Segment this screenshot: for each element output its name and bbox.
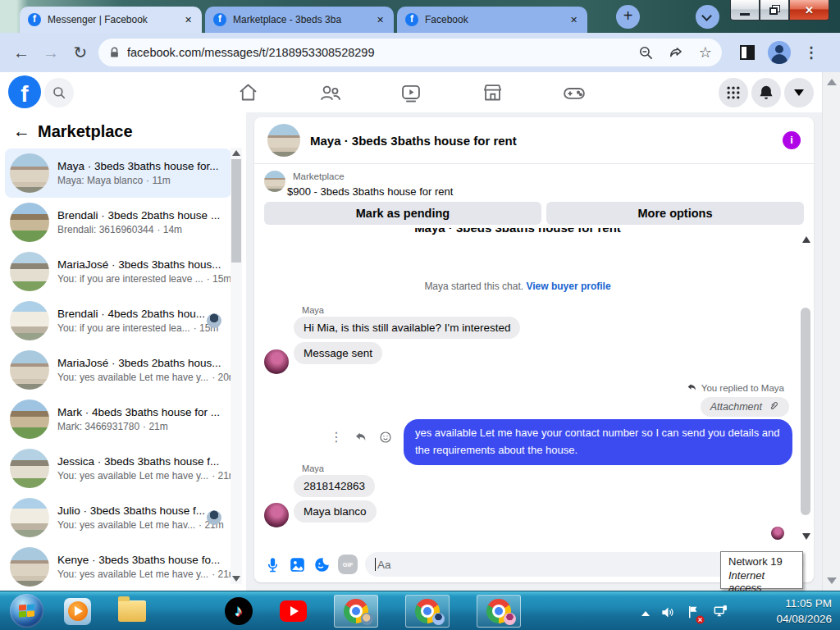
scroll-down-icon[interactable]	[232, 576, 240, 582]
forward-button[interactable]: →	[36, 43, 66, 62]
back-button[interactable]: ←	[7, 43, 36, 62]
chat-item-preview: Mark: 3466931780	[57, 421, 139, 432]
message-avatar[interactable]	[264, 349, 289, 374]
address-bar[interactable]: facebook.com/messages/t/2188953308528299…	[98, 39, 722, 66]
reply-icon	[687, 382, 697, 393]
vlc-icon[interactable]	[173, 598, 198, 624]
minimize-button[interactable]	[730, 0, 760, 21]
view-buyer-profile-link[interactable]: View buyer profile	[526, 281, 610, 292]
bookmark-star-icon[interactable]: ☆	[699, 43, 712, 62]
mark-as-pending-button[interactable]: Mark as pending	[264, 202, 541, 225]
network-icon[interactable]	[712, 604, 728, 623]
chat-item-preview: You: yes available Let me hav...	[57, 519, 195, 531]
tab-title: Facebook	[425, 14, 562, 25]
volume-icon[interactable]	[660, 605, 676, 623]
seen-indicator-avatar	[771, 527, 784, 540]
home-icon[interactable]	[237, 81, 259, 103]
media-player-icon[interactable]	[64, 598, 91, 625]
chat-avatar	[10, 399, 49, 439]
chat-avatar	[10, 252, 49, 291]
apps-menu-icon[interactable]	[719, 78, 748, 107]
zoom-indicator-icon[interactable]	[638, 45, 654, 61]
back-arrow-icon[interactable]: ←	[13, 121, 38, 141]
reply-action-icon[interactable]	[354, 431, 368, 444]
start-button[interactable]	[10, 594, 43, 628]
chat-item-title: Jessica · 3beds 3baths house f...	[57, 455, 231, 468]
file-explorer-icon[interactable]	[118, 600, 146, 622]
chat-avatar	[10, 301, 49, 340]
page-scrollbar[interactable]	[822, 72, 840, 591]
tab-close-icon[interactable]: ✕	[567, 13, 581, 27]
browser-profile-avatar[interactable]	[768, 41, 791, 64]
maximize-button[interactable]	[760, 0, 789, 21]
notifications-bell-icon[interactable]	[751, 78, 781, 107]
scrollbar-thumb[interactable]	[231, 159, 241, 262]
chat-list-item[interactable]: Jessica · 3beds 3baths house f... You: y…	[5, 444, 231, 493]
reload-button[interactable]: ↻	[66, 43, 95, 62]
chat-avatar	[10, 449, 49, 488]
share-icon[interactable]	[669, 45, 684, 61]
sticker-icon[interactable]	[313, 556, 331, 573]
tab-close-icon[interactable]: ✕	[373, 13, 387, 27]
scroll-up-icon[interactable]	[232, 150, 240, 156]
youtube-icon[interactable]	[280, 600, 307, 622]
chrome-window-2[interactable]	[405, 595, 450, 628]
browser-menu-icon[interactable]: ⋮	[804, 43, 819, 62]
chat-list-item[interactable]: Kenye · 3beds 3baths house fo... You: ye…	[5, 542, 231, 591]
taskbar-clock[interactable]: 11:05 PM 04/08/2026	[776, 596, 832, 627]
scrollbar-thumb[interactable]	[801, 308, 810, 515]
scroll-down-icon[interactable]	[827, 578, 837, 584]
chat-list-item[interactable]: Brendali · 3beds 2baths house ... Brenda…	[5, 198, 231, 247]
side-panel-icon[interactable]	[740, 45, 755, 60]
scroll-up-icon[interactable]	[827, 79, 837, 85]
messages-scrollbar[interactable]	[800, 235, 812, 541]
chat-header-avatar[interactable]	[267, 124, 300, 157]
chat-list-item[interactable]: MariaJosé · 3beds 3baths hous... You: if…	[5, 247, 231, 296]
chat-list: Maya · 3beds 3baths house for... Maya: M…	[0, 148, 231, 591]
friends-icon[interactable]	[318, 81, 341, 104]
close-icon: ✕	[805, 4, 814, 16]
scroll-down-icon[interactable]	[802, 533, 810, 540]
browser-tab[interactable]: f Facebook ✕	[397, 7, 587, 33]
clock-time: 11:05 PM	[776, 596, 832, 611]
chrome-window-1[interactable]	[334, 595, 378, 628]
watch-icon[interactable]	[399, 81, 422, 104]
replied-attachment-bubble[interactable]: Attachment	[701, 397, 789, 417]
facebook-logo[interactable]: f	[8, 75, 41, 108]
marketplace-icon[interactable]	[482, 81, 504, 103]
chat-list-item[interactable]: MariaJosé · 3beds 2baths hous... You: ye…	[5, 345, 231, 395]
chat-item-title: Brendali · 3beds 2baths house ...	[57, 209, 231, 221]
chrome-window-3[interactable]	[477, 595, 521, 628]
new-tab-button[interactable]: +	[616, 5, 640, 29]
image-attach-icon[interactable]	[289, 556, 306, 573]
chat-list-item[interactable]: Brendali · 4beds 2baths hou... You: if y…	[5, 296, 231, 345]
more-options-button[interactable]: More options	[546, 202, 804, 225]
close-window-button[interactable]: ✕	[789, 0, 829, 21]
minimize-icon	[740, 13, 750, 16]
search-icon[interactable]	[44, 78, 74, 107]
chat-list-item[interactable]: Maya · 3beds 3baths house for... Maya: M…	[5, 148, 231, 198]
sidebar-scrollbar[interactable]	[231, 148, 242, 584]
browser-tab[interactable]: f Marketplace - 3beds 3ba ✕	[205, 7, 394, 33]
account-menu-icon[interactable]	[784, 78, 814, 107]
browser-tab-strip: f Messenger | Facebook ✕ f Marketplace -…	[0, 0, 840, 33]
browser-tab[interactable]: f Messenger | Facebook ✕	[20, 7, 202, 33]
conversation-info-icon[interactable]: i	[783, 131, 801, 149]
scroll-up-icon[interactable]	[802, 236, 810, 243]
voice-clip-icon[interactable]	[264, 556, 281, 573]
message-menu-icon[interactable]: ⋮	[330, 429, 343, 445]
chat-item-title: MariaJosé · 3beds 2baths hous...	[57, 357, 231, 369]
hidden-icons-chevron[interactable]	[641, 611, 650, 616]
message-avatar[interactable]	[264, 503, 289, 527]
tiktok-icon[interactable]: ♪	[225, 597, 253, 625]
chat-list-item[interactable]: Mark · 4beds 3baths house for ... Mark: …	[5, 395, 231, 444]
chat-list-item[interactable]: Julio · 3beds 3baths house f... You: yes…	[5, 493, 231, 542]
tab-search-button[interactable]	[696, 5, 719, 29]
gif-icon[interactable]: GIF	[338, 555, 358, 574]
chat-system-row: Maya started this chat. View buyer profi…	[254, 281, 781, 292]
action-center-flag-icon[interactable]	[687, 605, 701, 623]
gaming-icon[interactable]	[562, 80, 587, 105]
tab-close-icon[interactable]: ✕	[181, 13, 195, 27]
emoji-react-icon[interactable]	[379, 431, 392, 444]
scrolled-chat-title: Maya · 3beds 3baths house for rent	[254, 228, 781, 235]
